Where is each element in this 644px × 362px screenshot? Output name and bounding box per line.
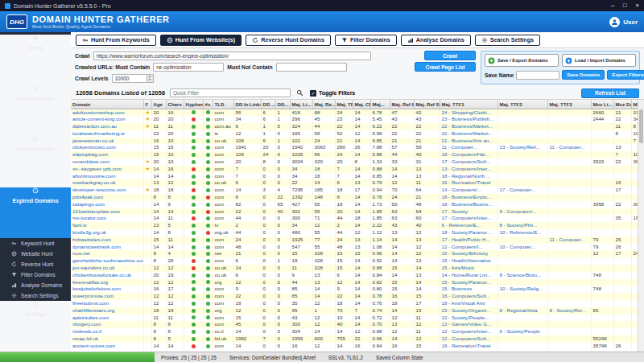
- maximize-button[interactable]: □: [623, 2, 627, 9]
- table-row[interactable]: ronanddave.com★2010com208030243202081.33…: [71, 158, 642, 166]
- load-import-button[interactable]: Load / Import Domains: [562, 54, 636, 67]
- save-export-button[interactable]: Save / Export Domains: [485, 54, 559, 67]
- domain-link[interactable]: localsearchmarketing.ie: [72, 130, 125, 136]
- table-row[interactable]: freexmailfax.org1212org1200441312140.821…: [71, 279, 642, 286]
- domain-link[interactable]: article-content-king.com: [72, 116, 126, 121]
- sidebar-item-filter-domains[interactable]: Filter Domains: [0, 269, 71, 280]
- table-row[interactable]: recap.ltd.uk85ltd.uk1982701959600755220.…: [71, 335, 642, 343]
- sidebar-item-home[interactable]: Home: [0, 35, 71, 85]
- table-row[interactable]: ancient-voices.com1414com1400161214160.6…: [71, 343, 642, 350]
- column-header-moz-da[interactable]: Moz DA: [613, 100, 631, 109]
- user-menu[interactable]: User: [609, 17, 638, 27]
- domain-link[interactable]: dalereardon.com.au: [72, 123, 117, 129]
- crawl-levels-input[interactable]: [112, 74, 147, 83]
- table-row[interactable]: catapings.com149com820654275518141.73504…: [71, 201, 642, 208]
- domain-link[interactable]: fazit.tv: [72, 222, 87, 228]
- table-row[interactable]: developer-resource.com★1818com1434729518…: [71, 187, 642, 194]
- column-header-maj-ttf1[interactable]: Maj. TTF1: [440, 100, 497, 109]
- crawl-button[interactable]: Crawl: [424, 51, 476, 60]
- table-row[interactable]: dynamicwebrank.com1414com48005475548131.…: [71, 244, 642, 251]
- table-row[interactable]: elaptopbag.com1510com10624010256624145.8…: [71, 151, 642, 158]
- domain-link[interactable]: chickenhouseforsale.co.uk: [72, 272, 131, 278]
- domain-link[interactable]: kindle3g.org.uk: [72, 229, 106, 235]
- column-header-hyphen[interactable]: Hyphen: [184, 100, 203, 109]
- domain-link[interactable]: adultcustomwshop.com: [72, 109, 125, 115]
- table-row[interactable]: fazit.tv135tv20034122142.2243406 - Refer…: [71, 222, 642, 229]
- column-header-dd-in-links[interactable]: DD In Links: [233, 100, 261, 109]
- domain-link[interactable]: 101webtemplate.com: [72, 208, 120, 214]
- star-icon[interactable]: ★: [146, 116, 151, 121]
- domain-link[interactable]: ronanddave.com: [72, 158, 109, 164]
- table-row[interactable]: chickenhouseforsale.co.uk2019co.uk600913…: [71, 272, 642, 279]
- spinner-buttons[interactable]: ▲▼: [147, 74, 154, 83]
- table-row[interactable]: rss-locator.com1411com44003007144181.856…: [71, 215, 642, 222]
- tab-reverse-hunt-domains[interactable]: Reverse Hunt Domains: [246, 35, 331, 46]
- column-header-dd[interactable]: DD...: [275, 100, 290, 109]
- table-row[interactable]: rssfeeds.co.il88co.il14003041414120.6812…: [71, 328, 642, 335]
- column-header-maj-li[interactable]: Maj. Li...: [290, 100, 312, 109]
- column-header-maj-ref-su[interactable]: Maj. Ref Su...: [414, 100, 440, 109]
- table-row[interactable]: bestjobsforfelons.com1617com90085149140.…: [71, 286, 642, 293]
- search-icon[interactable]: [295, 88, 305, 98]
- domain-link[interactable]: developer-resource.com: [72, 187, 126, 192]
- column-header-dd[interactable]: DD ...: [261, 100, 275, 109]
- refresh-list-button[interactable]: Refresh List: [581, 88, 639, 98]
- sidebar-item-settings[interactable]: Settings: [0, 301, 71, 352]
- must-contain-input[interactable]: [153, 63, 224, 72]
- domain-link[interactable]: xn--saygaver-ypb.com: [72, 166, 122, 171]
- star-icon[interactable]: ★: [146, 123, 151, 129]
- table-row[interactable]: ganzheitliche-suchmaschine.com826com6011…: [71, 257, 642, 265]
- domain-link[interactable]: aftonlimousine.com: [72, 173, 115, 179]
- table-row[interactable]: xn--saygaver-ypb.com★1416com70034187140.…: [71, 166, 642, 173]
- domain-link[interactable]: janenewman.co.uk: [72, 138, 114, 143]
- table-row[interactable]: chairliftforstairs.org1818org12009517070…: [71, 307, 642, 315]
- domain-link[interactable]: towerpromote.com: [72, 293, 114, 298]
- sidebar-item-reverse-hunt[interactable]: Reverse Hunt: [0, 259, 71, 269]
- table-row[interactable]: jon-saunders.co.uk1212co.uk1400113281514…: [71, 265, 642, 272]
- column-header-maj-ttf3[interactable]: Maj. TTF3: [547, 100, 591, 109]
- domain-link[interactable]: rcuv.net: [72, 250, 90, 256]
- tab-search-settings[interactable]: Search Settings: [475, 35, 540, 46]
- domain-link[interactable]: rss-locator.com: [72, 215, 106, 220]
- table-row[interactable]: kindle3g.org.uk148org.uk44004805544121.1…: [71, 229, 642, 237]
- domain-link[interactable]: rosebankgray.co.uk: [72, 179, 116, 185]
- domain-link[interactable]: ancient-voices.com: [72, 343, 115, 348]
- sidebar-item-web2-0-hunter[interactable]: Web2.0 Hunter: [0, 136, 71, 187]
- column-header-domain[interactable]: Domain: [71, 100, 143, 109]
- tab-hunt-from-website-s[interactable]: Hunt From Website(s): [160, 35, 242, 46]
- domain-link[interactable]: recap.ltd.uk: [72, 335, 98, 341]
- domain-link[interactable]: ifreeisubmit.com: [72, 300, 109, 306]
- sidebar-item-website-hunt[interactable]: Website Hunt: [0, 249, 71, 259]
- table-row[interactable]: apleintubes.com1111com1500431210140.7212…: [71, 315, 642, 322]
- column-header-f[interactable]: F: [143, 100, 151, 109]
- table-row[interactable]: dalereardon.com.au★1111com.au61032444221…: [71, 123, 642, 130]
- column-header-moz-li[interactable]: Moz Li...: [591, 100, 613, 109]
- save-name-input[interactable]: [516, 71, 559, 80]
- column-header-maj-cf[interactable]: Maj. CF: [353, 100, 370, 109]
- domain-link[interactable]: catapings.com: [72, 201, 105, 207]
- column-header-maj-tf[interactable]: Maj. TF: [335, 100, 353, 109]
- table-row[interactable]: adultcustomwshop.com★2016com566141888241…: [71, 109, 642, 116]
- column-header-s[interactable]: #s: [203, 100, 213, 109]
- table-row[interactable]: 101webtemplate.com1414com220403025520141…: [71, 208, 642, 216]
- table-row[interactable]: ifreeisubmit.com1212com1800351218140.761…: [71, 300, 642, 307]
- quick-filter-input[interactable]: [170, 88, 291, 97]
- table-row[interactable]: rcuv.net94net21001532815150.96141215 - S…: [71, 250, 642, 257]
- domain-link[interactable]: hnbwebsites.com: [72, 237, 111, 242]
- column-header-age[interactable]: Age: [151, 100, 166, 109]
- sidebar-item-keyword-hunt[interactable]: Keyword Hunt: [0, 238, 71, 249]
- sidebar-item-analyse-domains[interactable]: Analyse Domains: [0, 280, 71, 290]
- table-row[interactable]: janenewman.co.uk1610co.uk106611022421146…: [71, 138, 642, 145]
- tab-hunt-from-keywords[interactable]: Hunt From Keywords: [76, 35, 156, 46]
- scrollbar-thumb[interactable]: [639, 109, 643, 143]
- table-row[interactable]: hnbwebsites.com1511com240019257724131.14…: [71, 237, 642, 244]
- column-header-maj-ref-ips[interactable]: Maj. Ref IPs: [390, 100, 414, 109]
- domain-link[interactable]: jobs4pak.com: [72, 194, 103, 200]
- table-row[interactable]: article-content-king.com★2020com34612964…: [71, 116, 642, 123]
- domain-link[interactable]: dynamicwebrank.com: [72, 244, 121, 249]
- table-row[interactable]: aftonlimousine.com1414com70034187140.851…: [71, 173, 642, 180]
- toggle-filters-checkbox[interactable]: ✓ Toggle Filters: [310, 90, 355, 97]
- save-domains-button[interactable]: Save Domains: [562, 70, 605, 80]
- must-not-contain-input[interactable]: [276, 63, 347, 72]
- table-row[interactable]: towerpromote.com1212com2200851422140.781…: [71, 293, 642, 300]
